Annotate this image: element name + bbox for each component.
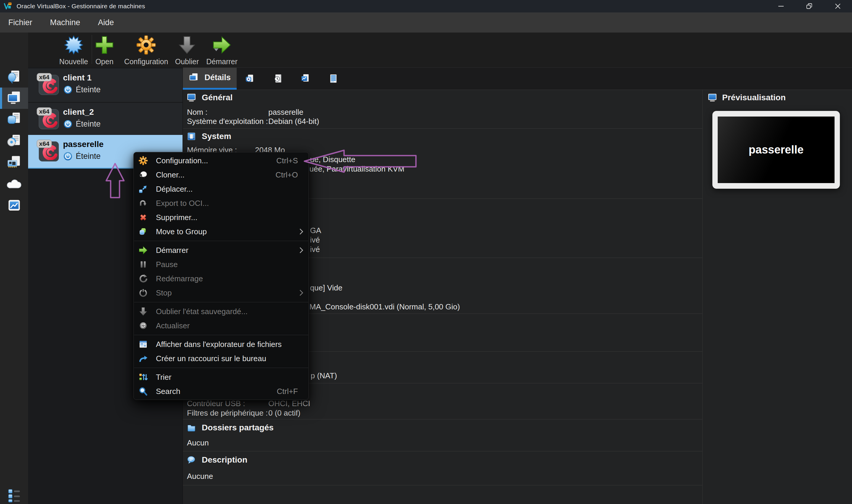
- preview-icon: [707, 93, 718, 103]
- section-separator: [183, 485, 702, 485]
- close-button[interactable]: [823, 0, 852, 13]
- details-row-value: OHCI, EHCI: [268, 399, 310, 408]
- details-row-label: Système d'exploitation :: [187, 116, 268, 126]
- toolbar-button-label: Démarrer: [206, 57, 238, 66]
- context-menu-item-oublier-l-tat-sauvegard[interactable]: Oublier l'état sauvegardé...: [134, 304, 309, 319]
- submenu-chevron-icon: [299, 228, 304, 237]
- preview-screen: passerelle: [718, 116, 835, 183]
- welcome-icon: [6, 69, 22, 85]
- menubar-item-aide[interactable]: Aide: [98, 18, 114, 27]
- description-icon: [186, 455, 196, 465]
- sidebar-item-media[interactable]: [0, 130, 28, 152]
- menu-item-label: Créer un raccourci sur le bureau: [156, 354, 266, 363]
- details-note: Aucun: [187, 438, 209, 448]
- tab-logs[interactable]: [265, 68, 292, 90]
- general-icon: [186, 93, 196, 103]
- menu-item-label: Démarrer: [156, 246, 188, 255]
- vm-list-item-client-1[interactable]: x64client 1Éteinte: [28, 68, 183, 102]
- menu-item-label: Supprimer...: [156, 213, 197, 222]
- menu-item-label: Cloner...: [156, 170, 185, 180]
- section-separator: [183, 128, 702, 129]
- context-menu-item-move-to-group[interactable]: Move to Group: [134, 224, 309, 239]
- vm-name: passerelle: [63, 140, 104, 149]
- context-menu-item-d-placer[interactable]: Déplacer...: [134, 182, 309, 196]
- tab-vm-activity[interactable]: [292, 68, 319, 90]
- close-icon: [834, 3, 841, 10]
- section-title: Général: [202, 93, 233, 102]
- menu-separator: [134, 302, 308, 302]
- tab-snapshots[interactable]: [236, 68, 264, 90]
- virtualbox-logo-icon: [3, 2, 13, 11]
- menu-item-label: Actualiser: [156, 321, 189, 330]
- section-separator: [183, 451, 702, 451]
- context-menu-item-cr-er-un-raccourci-sur-le-bureau[interactable]: Créer un raccourci sur le bureau: [134, 352, 309, 365]
- submenu-chevron-icon: [299, 289, 304, 299]
- search-icon: [138, 386, 148, 396]
- menubar-item-fichier[interactable]: Fichier: [8, 18, 32, 27]
- menu-item-shortcut: Ctrl+F: [277, 387, 298, 396]
- details-occluded-text: p (NAT): [311, 371, 337, 380]
- context-menu-item-stop[interactable]: Stop: [134, 286, 309, 300]
- sidebar-item-list-view[interactable]: [0, 485, 28, 504]
- sidebar-item-activities[interactable]: [0, 195, 28, 216]
- machines-icon: [6, 90, 22, 106]
- sidebar-item-network[interactable]: [0, 152, 28, 173]
- shortcut-icon: [138, 354, 148, 363]
- preview-pane-divider: [702, 90, 703, 504]
- group-icon: [138, 227, 148, 237]
- toolbar-button-d-marrer[interactable]: Démarrer: [200, 34, 244, 66]
- toolbar-button-label: Oublier: [175, 57, 199, 66]
- move-icon: [138, 184, 148, 194]
- context-menu-item-trier[interactable]: Trier: [134, 370, 309, 384]
- vm-list-item-client-2[interactable]: x64client_2Éteinte: [28, 102, 183, 135]
- context-menu-item-pause[interactable]: Pause: [134, 257, 309, 271]
- context-menu-item-d-marrer[interactable]: Démarrer: [134, 243, 309, 257]
- menu-item-label: Déplacer...: [156, 184, 193, 194]
- context-menu-item-configuration[interactable]: Configuration...Ctrl+S: [134, 154, 309, 168]
- context-menu-item-red-marrage[interactable]: Redémarrage: [134, 271, 309, 286]
- toolbar-button-label: Configuration: [124, 57, 168, 66]
- minimize-button[interactable]: [767, 0, 795, 13]
- toolbar-button-open[interactable]: Open: [82, 34, 127, 66]
- section-title: Dossiers partagés: [202, 423, 274, 432]
- start-arrow-icon: [211, 34, 233, 56]
- tab-file-manager[interactable]: [320, 68, 347, 90]
- toolbar-button-configuration[interactable]: Configuration: [124, 34, 168, 66]
- section-header-system: System: [186, 131, 231, 141]
- vm-os-icon: x64: [39, 75, 59, 95]
- window-controls: [767, 0, 852, 13]
- vm-status: Éteinte: [63, 151, 101, 161]
- menu-item-label: Trier: [156, 373, 171, 382]
- menu-item-label: Export to OCI...: [156, 199, 209, 208]
- system-icon: [186, 131, 196, 141]
- refresh-icon: [138, 321, 148, 331]
- sidebar-item-welcome[interactable]: [0, 66, 28, 88]
- details-row-value: passerelle: [268, 107, 304, 117]
- stop-power-icon: [138, 288, 148, 298]
- context-menu-item-search[interactable]: SearchCtrl+F: [134, 384, 309, 398]
- minimize-icon: [777, 3, 784, 10]
- context-menu-item-export-to-oci[interactable]: Export to OCI...: [134, 196, 309, 210]
- new-vm-icon: [63, 34, 84, 56]
- window-title: Oracle VirtualBox - Gestionnaire de mach…: [17, 3, 145, 10]
- vm-os-icon: x64: [39, 109, 59, 129]
- context-menu-item-supprimer[interactable]: Supprimer...: [134, 210, 309, 224]
- settings-gear-icon: [138, 156, 148, 166]
- sidebar-item-extensions[interactable]: [0, 108, 28, 129]
- sidebar-item-cloud[interactable]: [0, 174, 28, 195]
- context-menu-item-actualiser[interactable]: Actualiser: [134, 319, 309, 333]
- vm-state-label: Éteinte: [76, 120, 101, 129]
- pause-icon: [138, 259, 148, 269]
- context-menu-item-cloner[interactable]: Cloner...Ctrl+O: [134, 168, 309, 182]
- sidebar-item-machines[interactable]: [0, 88, 28, 109]
- menu-separator: [134, 241, 308, 241]
- export-oci-icon: [138, 198, 148, 208]
- open-icon: [94, 34, 115, 56]
- vm-arch-badge: x64: [37, 107, 52, 116]
- tab-details[interactable]: Détails: [183, 68, 237, 90]
- media-icon: [6, 133, 22, 149]
- toolbar-button-label: Open: [95, 57, 113, 66]
- restore-button[interactable]: [795, 0, 823, 13]
- menubar-item-machine[interactable]: Machine: [50, 18, 80, 27]
- context-menu-item-afficher-dans-l-explorateur-de-fichiers[interactable]: Afficher dans l'explorateur de fichiers: [134, 337, 309, 352]
